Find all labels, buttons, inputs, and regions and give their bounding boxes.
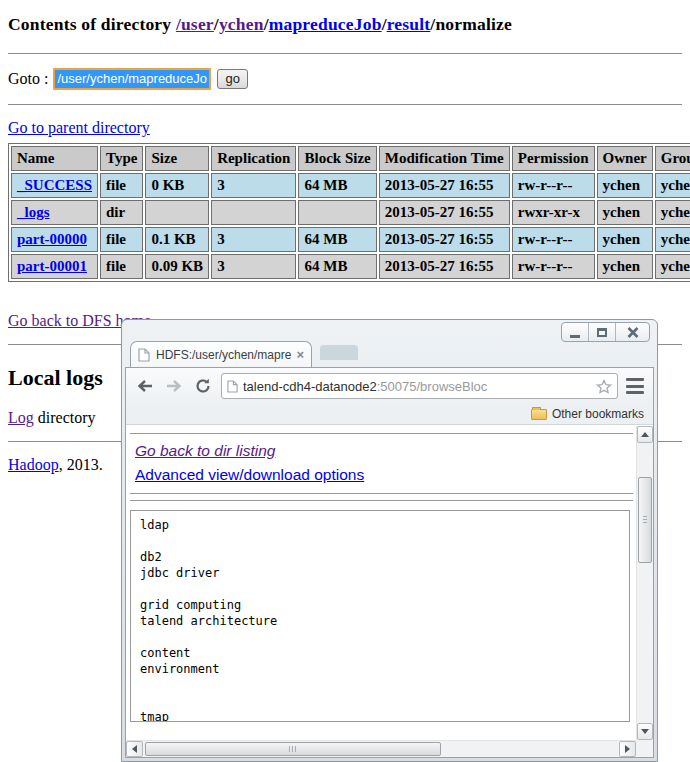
divider (8, 53, 682, 54)
hadoop-link[interactable]: Hadoop (8, 456, 59, 473)
cell-block-size: 64 MB (298, 173, 376, 198)
tab-close-icon[interactable]: × (296, 348, 304, 361)
scroll-right-button[interactable] (619, 741, 636, 757)
path-link-mapreducejob[interactable]: mapreduceJob (269, 14, 382, 34)
col-header-type: Type (100, 146, 143, 171)
close-icon (627, 327, 639, 338)
tab-title: HDFS:/user/ychen/mapre (156, 348, 296, 362)
reload-icon (195, 378, 211, 394)
cell-mod-time: 2013-05-27 16:55 (379, 200, 510, 225)
go-button[interactable]: go (217, 69, 247, 89)
advanced-view-link[interactable]: Advanced view/download options (135, 466, 364, 483)
cell-group: ychen (655, 200, 690, 225)
cell-group: ychen (655, 227, 690, 252)
col-header-group: Group (655, 146, 690, 171)
back-to-dir-listing-link[interactable]: Go back to dir listing (135, 442, 275, 459)
cell-permission: rwxr-xr-x (512, 200, 595, 225)
scroll-left-button[interactable] (126, 741, 143, 757)
hamburger-icon (626, 378, 644, 381)
address-host: talend-cdh4-datanode2 (243, 379, 377, 394)
file-link-part-00000[interactable]: part-00000 (17, 231, 87, 247)
cell-block-size: 64 MB (298, 227, 376, 252)
address-bar[interactable]: talend-cdh4-datanode2:50075/browseBloc (221, 373, 618, 399)
new-tab-button[interactable] (320, 345, 358, 360)
file-link-success[interactable]: _SUCCESS (17, 177, 92, 193)
vertical-scroll-track[interactable] (637, 443, 653, 723)
goto-input[interactable]: /user/ychen/mapreduceJo (53, 68, 211, 90)
divider (130, 433, 633, 434)
parent-directory-link[interactable]: Go to parent directory (8, 119, 150, 136)
cell-size: 0 KB (145, 173, 209, 198)
cell-group: ychen (655, 254, 690, 279)
vertical-scroll-thumb[interactable] (638, 477, 652, 563)
bookmark-star-icon[interactable] (596, 379, 612, 394)
page-title: Contents of directory /user/ychen/mapred… (8, 14, 682, 35)
reload-button[interactable] (192, 375, 214, 397)
horizontal-scroll-thumb[interactable] (145, 742, 441, 756)
cell-permission: rw-r--r-- (512, 227, 595, 252)
goto-row: Goto : /user/ychen/mapreduceJo go (8, 68, 682, 90)
forward-button[interactable] (163, 375, 185, 397)
cell-permission: rw-r--r-- (512, 254, 595, 279)
col-header-size: Size (145, 146, 209, 171)
cell-replication: 3 (211, 227, 296, 252)
cell-type: file (100, 254, 143, 279)
close-button[interactable] (616, 323, 649, 341)
cell-owner: ychen (597, 173, 653, 198)
file-contents-box[interactable]: ldap db2 jdbc driver grid computing tale… (130, 510, 630, 722)
col-header-modification-time: Modification Time (379, 146, 510, 171)
back-button[interactable] (134, 375, 156, 397)
file-link-part-00001[interactable]: part-00001 (17, 258, 87, 274)
scrollbar-corner (636, 740, 653, 757)
other-bookmarks-button[interactable]: Other bookmarks (552, 407, 644, 421)
window-controls (561, 322, 650, 342)
divider (130, 493, 633, 494)
folder-icon (531, 409, 547, 420)
arrow-up-icon (641, 432, 649, 437)
directory-table: Name Type Size Replication Block Size Mo… (8, 143, 690, 282)
cell-block-size: 64 MB (298, 254, 376, 279)
path-link-result[interactable]: result (387, 14, 431, 34)
file-link-logs[interactable]: _logs (17, 204, 50, 220)
menu-button[interactable] (625, 377, 645, 395)
col-header-owner: Owner (597, 146, 653, 171)
forward-icon (165, 379, 183, 393)
cell-permission: rw-r--r-- (512, 173, 595, 198)
col-header-replication: Replication (211, 146, 296, 171)
cell-owner: ychen (597, 254, 653, 279)
cell-owner: ychen (597, 200, 653, 225)
horizontal-scroll-track[interactable] (143, 741, 619, 757)
browse-block-page: Go back to dir listing Advanced view/dow… (126, 426, 636, 740)
cell-size (145, 200, 209, 225)
scroll-down-button[interactable] (637, 723, 653, 740)
log-suffix: directory (34, 409, 96, 426)
address-path: :50075/browseBloc (377, 379, 488, 394)
cell-replication: 3 (211, 173, 296, 198)
path-link-user[interactable]: /user (176, 14, 214, 34)
page-icon (227, 380, 238, 393)
log-link[interactable]: Log (8, 409, 34, 426)
scroll-up-button[interactable] (637, 426, 653, 443)
cell-size: 0.1 KB (145, 227, 209, 252)
maximize-icon (597, 328, 607, 337)
cell-type: file (100, 227, 143, 252)
title-tail: /normalize (430, 14, 512, 34)
cell-type: file (100, 173, 143, 198)
divider (8, 104, 682, 105)
browser-toolbar: talend-cdh4-datanode2:50075/browseBloc (126, 368, 653, 404)
divider (130, 500, 633, 501)
cell-replication (211, 200, 296, 225)
goto-label: Goto : (8, 70, 48, 88)
browser-content: Go back to dir listing Advanced view/dow… (126, 426, 653, 757)
minimize-button[interactable] (562, 323, 589, 341)
maximize-button[interactable] (589, 323, 616, 341)
path-link-ychen[interactable]: ychen (219, 14, 264, 34)
table-row: _logs dir 2013-05-27 16:55 rwxr-xr-x ych… (11, 200, 690, 225)
cell-owner: ychen (597, 227, 653, 252)
table-header-row: Name Type Size Replication Block Size Mo… (11, 146, 690, 171)
title-prefix: Contents of directory (8, 14, 176, 34)
vertical-scrollbar[interactable] (636, 426, 653, 740)
browser-tab[interactable]: HDFS:/user/ychen/mapre × (130, 341, 312, 367)
horizontal-scrollbar[interactable] (126, 740, 636, 757)
back-icon (136, 379, 154, 393)
